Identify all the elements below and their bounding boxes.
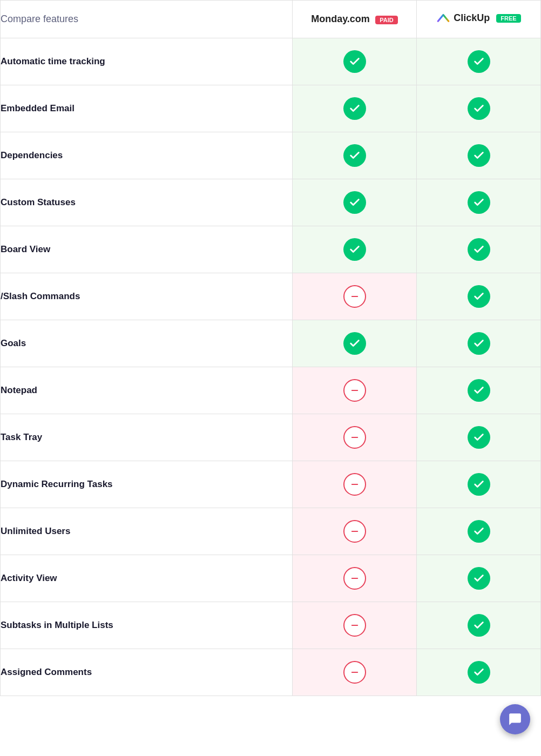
check-icon [468,238,490,261]
feature-name-cell: Board View [1,226,293,273]
check-icon [343,332,366,355]
monday-value-cell [293,179,417,226]
minus-icon [343,285,366,308]
table-row: Dynamic Recurring Tasks [1,461,541,508]
table-row: Custom Statuses [1,179,541,226]
feature-name-cell: /Slash Commands [1,273,293,320]
check-icon [343,238,366,261]
clickup-value-cell [417,179,541,226]
compare-features-table: Compare features Monday.com PAID [0,0,541,696]
check-icon [468,379,490,402]
table-row: Unlimited Users [1,508,541,555]
clickup-value-cell [417,38,541,85]
clickup-value-cell [417,649,541,696]
table-row: Subtasks in Multiple Lists [1,602,541,649]
feature-column-header: Compare features [1,1,293,38]
table-body: Automatic time tracking Embedded Email D… [1,38,541,696]
feature-name-cell: Embedded Email [1,85,293,132]
check-icon [343,50,366,73]
check-icon [468,144,490,167]
clickup-value-cell [417,602,541,649]
monday-value-cell [293,649,417,696]
table-row: Embedded Email [1,85,541,132]
check-icon [468,661,490,684]
table-row: Board View [1,226,541,273]
feature-name-cell: Automatic time tracking [1,38,293,85]
minus-icon [343,379,366,402]
feature-name-cell: Goals [1,320,293,367]
table-row: /Slash Commands [1,273,541,320]
table-row: Goals [1,320,541,367]
minus-icon [343,426,366,449]
table-row: Activity View [1,555,541,602]
feature-name-cell: Subtasks in Multiple Lists [1,602,293,649]
minus-icon [343,661,366,684]
monday-value-cell [293,555,417,602]
feature-name-cell: Activity View [1,555,293,602]
check-icon [468,520,490,543]
feature-name-cell: Notepad [1,367,293,414]
clickup-value-cell [417,273,541,320]
monday-value-cell [293,273,417,320]
clickup-free-badge: FREE [496,14,520,23]
monday-value-cell [293,132,417,179]
check-icon [468,567,490,590]
clickup-value-cell [417,85,541,132]
clickup-value-cell [417,367,541,414]
check-icon [468,426,490,449]
clickup-value-cell [417,226,541,273]
clickup-value-cell [417,555,541,602]
monday-paid-badge: PAID [375,16,397,24]
minus-icon [343,520,366,543]
clickup-value-cell [417,132,541,179]
monday-value-cell [293,320,417,367]
clickup-brand-name: ClickUp [454,12,490,24]
check-icon [468,614,490,637]
feature-name-cell: Assigned Comments [1,649,293,696]
check-icon [468,191,490,214]
table-row: Notepad [1,367,541,414]
monday-value-cell [293,367,417,414]
clickup-value-cell [417,508,541,555]
monday-value-cell [293,414,417,461]
check-icon [468,473,490,496]
monday-value-cell [293,508,417,555]
check-icon [468,97,490,120]
clickup-icon [436,11,450,25]
minus-icon [343,567,366,590]
table-row: Assigned Comments [1,649,541,696]
table-row: Task Tray [1,414,541,461]
minus-icon [343,614,366,637]
monday-value-cell [293,85,417,132]
table-header: Compare features Monday.com PAID [1,1,541,38]
clickup-column-header: ClickUp FREE [417,1,541,38]
monday-value-cell [293,38,417,85]
monday-column-header: Monday.com PAID [293,1,417,38]
clickup-logo: ClickUp FREE [436,11,520,25]
check-icon [343,191,366,214]
check-icon [343,144,366,167]
check-icon [468,50,490,73]
clickup-value-cell [417,414,541,461]
check-icon [468,332,490,355]
feature-name-cell: Unlimited Users [1,508,293,555]
clickup-value-cell [417,320,541,367]
monday-value-cell [293,602,417,649]
table-row: Dependencies [1,132,541,179]
table-row: Automatic time tracking [1,38,541,85]
feature-name-cell: Custom Statuses [1,179,293,226]
monday-brand-name: Monday.com [311,14,370,24]
monday-value-cell [293,226,417,273]
feature-name-cell: Task Tray [1,414,293,461]
compare-label: Compare features [1,14,78,24]
clickup-value-cell [417,461,541,508]
check-icon [468,285,490,308]
minus-icon [343,473,366,496]
check-icon [343,97,366,120]
monday-value-cell [293,461,417,508]
feature-name-cell: Dependencies [1,132,293,179]
feature-name-cell: Dynamic Recurring Tasks [1,461,293,508]
